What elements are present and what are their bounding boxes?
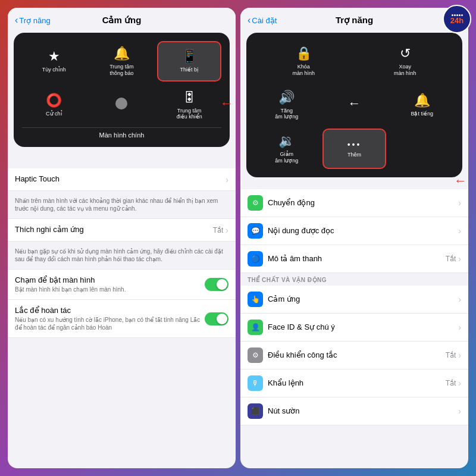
cham-bat-left: Chạm để bật màn hình Bật màn hình khi bạ… (15, 275, 205, 293)
icon-home[interactable] (90, 85, 154, 126)
face-id-row: 👤 Face ID & Sự chú ý › (248, 320, 461, 335)
khoa-label: Khóamàn hình (292, 64, 315, 77)
cham-bat-toggle[interactable] (205, 278, 228, 291)
bell-icon: 🔔 (114, 46, 130, 61)
bat-tieng-label: Bật tiếng (411, 111, 433, 117)
right-nav-back[interactable]: ‹ Cài đặt (248, 15, 277, 26)
icon-back-arrow[interactable]: ← (322, 85, 387, 126)
chuyen-dong-icon: ⚙ (248, 195, 263, 211)
left-settings-list: Haptic Touch › Nhấn trên màn hình với cá… (8, 168, 236, 468)
nut-suon-right: › (458, 406, 461, 416)
xoay-label: Xoaymàn hình (394, 64, 416, 77)
haptic-touch-item[interactable]: Haptic Touch › (8, 168, 236, 191)
cham-bat-title: Chạm để bật màn hình (15, 275, 95, 284)
noi-dung-item[interactable]: 💬 Nội dung được đọc › (240, 217, 468, 245)
lac-hoan-tac-left: Lắc để hoàn tác Nếu bạn có xu hướng tình… (15, 306, 205, 331)
khau-lenh-left: Khẩu lệnh (268, 378, 446, 389)
left-nav-bar: ‹ Trợ năng Cảm ứng (8, 8, 236, 29)
mo-ta-icon: 🔵 (248, 251, 263, 267)
volume-down-icon: 🔉 (278, 133, 295, 149)
motion-icon: ⚙ (252, 199, 259, 207)
dieu-khien-value: Tắt (446, 351, 456, 359)
icon-thiet-bi[interactable]: 📱 Thiết bị (157, 41, 221, 82)
chuyen-dong-row: ⚙ Chuyển động › (248, 195, 461, 211)
thich-nghi-value: Tắt (213, 226, 224, 234)
face-id-title: Face ID & Sự chú ý (268, 322, 335, 331)
device-icon: 📱 (181, 49, 198, 64)
lac-hoan-tac-thumb (217, 314, 227, 324)
dieu-khien-left: Điều khiển công tắc (268, 350, 446, 361)
lac-hoan-tac-desc: Nếu bạn có xu hướng tình cờ lắc iPhone, … (15, 316, 205, 331)
switch-icon: ⚙ (252, 351, 259, 359)
khau-lenh-item[interactable]: 🎙 Khẩu lệnh Tắt › (240, 369, 468, 397)
tang-am-label: Tăngâm lượng (275, 108, 298, 121)
speech-icon: 💬 (251, 227, 260, 235)
cham-bat-item: Chạm để bật màn hình Bật màn hình khi bạ… (8, 270, 236, 300)
arrow-left-icon: ← (347, 96, 361, 111)
dieu-khien-right: Tắt › (446, 350, 461, 360)
thich-nghi-item[interactable]: Thích nghi cảm ứng Tắt › (8, 219, 236, 242)
cham-bat-thumb (217, 279, 227, 290)
haptic-touch-title: Haptic Touch (15, 174, 60, 183)
face-id-right: › (458, 322, 461, 332)
chuyen-dong-right: › (458, 198, 461, 208)
right-nav-bar: ‹ Cài đặt Trợ năng (240, 8, 468, 29)
rotate-icon: ↺ (400, 46, 411, 61)
star-icon: ★ (48, 49, 60, 64)
left-nav-back[interactable]: ‹ Trợ năng (15, 15, 51, 26)
icon-khoa[interactable]: 🔒 Khóamàn hình (255, 41, 353, 82)
dieu-khien-icon: ⚙ (248, 347, 263, 363)
logo-badge: 24h (443, 5, 471, 33)
touch-icon: 👆 (251, 295, 260, 303)
face-id-item[interactable]: 👤 Face ID & Sự chú ý › (240, 314, 468, 342)
chuyen-dong-item[interactable]: ⚙ Chuyển động › (240, 189, 468, 217)
chuyen-dong-left: Chuyển động (268, 198, 458, 208)
left-back-label: Trợ năng (19, 16, 50, 25)
mo-ta-chevron: › (458, 254, 461, 264)
mo-ta-right: Tắt › (446, 254, 461, 264)
cham-bat-desc: Bật màn hình khi bạn chạm lên màn hình. (15, 286, 126, 293)
left-red-arrow: ← (220, 96, 233, 111)
cam-ung-item[interactable]: 👆 Cảm ứng › (240, 286, 468, 314)
left-panel: ‹ Trợ năng Cảm ứng ★ Tùy chỉnh 🔔 Trung t… (8, 8, 236, 468)
haptic-touch-left: Haptic Touch (15, 174, 226, 184)
mo-ta-row: 🔵 Mô tả âm thanh Tắt › (248, 251, 461, 267)
icon-tuy-chinh[interactable]: ★ Tùy chỉnh (22, 41, 86, 82)
control-label: Trung tâmđiều khiển (177, 108, 202, 121)
lac-hoan-tac-toggle[interactable] (205, 312, 228, 325)
bell2-icon: 🔔 (414, 93, 430, 108)
cam-ung-row: 👆 Cảm ứng › (248, 292, 461, 307)
face-id-icon: 👤 (248, 320, 263, 335)
thich-nghi-desc: Nếu bạn gặp sự cố khi sử dụng màn hình c… (15, 248, 228, 263)
nut-suon-item[interactable]: ⬛ Nút sườn › (240, 397, 468, 425)
left-back-chevron-icon: ‹ (15, 15, 18, 26)
icon-bat-tieng[interactable]: 🔔 Bật tiếng (390, 85, 454, 126)
right-nav-title: Trợ năng (336, 15, 373, 26)
home-icon (115, 98, 127, 109)
icon-giam-am[interactable]: 🔉 Giảmâm lượng (255, 129, 319, 169)
dots-icon: ••• (347, 140, 362, 149)
khau-lenh-value: Tắt (446, 379, 456, 387)
cam-ung-chevron: › (458, 295, 461, 304)
icon-control-center[interactable]: 🎛 Trung tâmđiều khiển (157, 85, 221, 126)
icon-xoay[interactable]: ↺ Xoaymàn hình (356, 41, 455, 82)
icon-cu-chi[interactable]: ⭕ Cử chỉ (22, 85, 86, 126)
haptic-desc: Nhấn trên màn hình với các khoảng thời g… (15, 197, 228, 212)
mo-ta-item[interactable]: 🔵 Mô tả âm thanh Tắt › (240, 245, 468, 273)
icon-thong-bao[interactable]: 🔔 Trung tâmthông báo (90, 41, 154, 82)
logo-text: 24h (450, 17, 464, 24)
haptic-touch-chevron: › (226, 175, 228, 184)
lac-hoan-tac-title: Lắc để hoàn tác (15, 306, 71, 315)
section-header: THỂ CHẤT VÀ VẬN ĐỘNG (240, 273, 468, 286)
icon-them[interactable]: ••• Thêm (322, 129, 387, 169)
thich-nghi-chevron: › (226, 226, 228, 235)
dieu-khien-item[interactable]: ⚙ Điều khiển công tắc Tắt › (240, 342, 468, 369)
thich-nghi-title: Thích nghi cảm ứng (15, 225, 84, 234)
dieu-khien-chevron: › (458, 350, 461, 360)
faceid-icon: 👤 (251, 323, 260, 331)
lac-hoan-tac-item: Lắc để hoàn tác Nếu bạn có xu hướng tình… (8, 300, 236, 338)
icon-tang-am[interactable]: 🔊 Tăngâm lượng (255, 85, 319, 126)
lock-icon: 🔒 (296, 46, 312, 61)
haptic-touch-right: › (226, 175, 228, 184)
khau-lenh-chevron: › (458, 378, 461, 388)
